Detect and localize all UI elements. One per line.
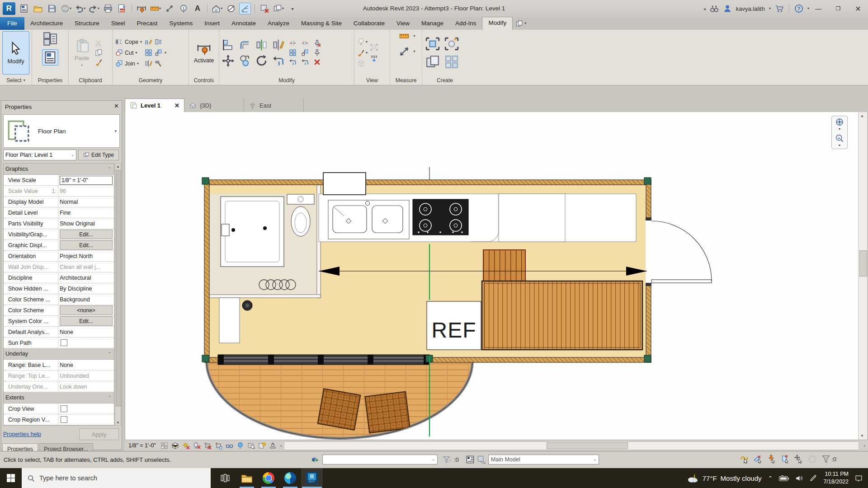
ribbon-tab-systems[interactable]: Systems	[163, 17, 198, 30]
property-value[interactable]: Edit...	[58, 316, 114, 326]
paste-button[interactable]: Paste▾	[71, 33, 92, 73]
offset-icon[interactable]	[239, 39, 251, 51]
property-value[interactable]: Edit...	[58, 240, 114, 250]
search-icon[interactable]	[710, 4, 719, 13]
closet[interactable]	[219, 298, 240, 343]
close-inactive-windows-icon[interactable]	[259, 3, 270, 14]
align-icon[interactable]	[222, 39, 234, 51]
cut-geometry-button[interactable]: Cut▾	[115, 49, 142, 56]
floor-drain[interactable]	[242, 300, 252, 310]
kitchen-sink[interactable]	[328, 200, 409, 239]
active-only-icon[interactable]	[477, 455, 486, 464]
crop-view-icon[interactable]	[203, 441, 212, 450]
type-properties-button[interactable]	[42, 49, 58, 66]
battery-icon[interactable]	[779, 475, 789, 481]
view-scale-control[interactable]: 1/8" = 1'-0"	[128, 442, 156, 449]
scroll-down-icon[interactable]: ▼	[860, 434, 864, 438]
aligned-dimension-icon[interactable]	[136, 3, 147, 14]
taskbar-weather[interactable]: 77°F Mostly cloudy	[687, 473, 762, 483]
default-3d-view-icon[interactable]: ▾	[212, 3, 222, 14]
property-value[interactable]: Unbounded	[58, 371, 114, 381]
view-tab-level-1[interactable]: Level 1✕	[125, 99, 184, 112]
property-button[interactable]: Edit...	[60, 230, 113, 239]
floor-plan[interactable]: REF	[125, 112, 859, 440]
patio-stool[interactable]	[365, 392, 410, 433]
close-button[interactable]: ✕	[848, 0, 868, 17]
cooktop[interactable]	[413, 199, 468, 235]
mirror-pick-axis-icon[interactable]	[255, 39, 268, 51]
ribbon-tab-architecture[interactable]: Architecture	[24, 17, 69, 30]
delete-icon[interactable]	[313, 58, 321, 66]
save-icon[interactable]	[47, 3, 57, 14]
property-value[interactable]: Architectural	[58, 272, 114, 283]
selection-filter-icon[interactable]	[821, 455, 830, 464]
create-parts-icon[interactable]	[444, 54, 459, 70]
activate-controls-button[interactable]: Activate	[192, 33, 216, 73]
section-icon[interactable]	[226, 3, 236, 14]
entry-door[interactable]	[646, 217, 712, 286]
property-value[interactable]: By Discipline	[58, 283, 114, 294]
property-value[interactable]: Background	[58, 294, 114, 305]
select-pinned-toggle-icon[interactable]	[767, 455, 776, 464]
scroll-up-icon[interactable]: ▲	[860, 114, 864, 118]
trim-multiple-icon[interactable]	[301, 58, 309, 66]
open-icon[interactable]	[33, 3, 43, 14]
property-input[interactable]: 1/8" = 1'-0"	[60, 176, 113, 185]
ribbon-tab-add-ins[interactable]: Add-Ins	[449, 17, 482, 30]
close-view-tab-icon[interactable]: ✕	[175, 102, 179, 109]
property-value[interactable]: 96	[58, 186, 114, 196]
analytical-model-icon[interactable]	[258, 441, 266, 450]
type-selector-chevron-icon[interactable]: ▾	[114, 129, 117, 133]
steering-wheel-icon[interactable]	[835, 117, 844, 127]
property-value[interactable]: Look down	[58, 381, 114, 392]
copy-to-clipboard-icon[interactable]	[95, 49, 103, 56]
select-links-toggle-icon[interactable]	[740, 455, 749, 464]
sync-with-central-icon[interactable]: ▾	[61, 3, 71, 14]
palette-scrollbar[interactable]: ▲ ▼	[115, 163, 121, 426]
editable-only-icon[interactable]	[443, 455, 452, 464]
trim-extend-icon[interactable]	[272, 55, 284, 67]
scroll-down-icon[interactable]: ▼	[116, 421, 120, 425]
customize-qat-icon[interactable]: ▾	[287, 3, 298, 14]
entry-stair[interactable]	[483, 250, 525, 281]
property-checkbox[interactable]	[61, 405, 67, 412]
temporary-view-properties-icon[interactable]	[247, 441, 255, 450]
trim-corner-icon[interactable]	[289, 58, 297, 66]
ribbon-tab-modify[interactable]: Modify	[482, 17, 513, 30]
visual-style-icon[interactable]	[171, 441, 179, 450]
sun-path-icon[interactable]	[182, 441, 190, 450]
chrome-button[interactable]	[258, 468, 279, 488]
panel-label-clipboard[interactable]: Clipboard	[69, 75, 112, 85]
scroll-left-icon[interactable]: ‹	[280, 443, 282, 448]
panel-label-modify[interactable]: Modify	[219, 75, 354, 85]
create-similar-icon[interactable]	[444, 36, 459, 52]
ribbon-tab-precast[interactable]: Precast	[131, 17, 164, 30]
vertical-scrollbar[interactable]: ▲ ▼	[858, 112, 867, 440]
palette-close-icon[interactable]: ✕	[114, 103, 119, 109]
toggle-reveal-icon[interactable]	[357, 38, 365, 46]
ribbon-tab-steel[interactable]: Steel	[105, 17, 131, 30]
mirror-draw-axis-icon[interactable]	[272, 39, 284, 51]
reveal-constraints-icon[interactable]	[269, 441, 277, 450]
match-type-icon[interactable]	[95, 58, 103, 66]
property-value[interactable]: Show Original	[58, 218, 114, 229]
palette-header[interactable]: Properties ✕	[1, 101, 122, 113]
app-store-cart-icon[interactable]	[775, 4, 784, 13]
property-value[interactable]: None	[58, 327, 114, 337]
create-assembly-icon[interactable]	[425, 54, 440, 70]
cut-to-clipboard-icon[interactable]	[95, 39, 103, 47]
panel-label-select[interactable]: Select▾	[0, 75, 32, 85]
dimension-tool-icon[interactable]	[396, 46, 412, 57]
property-value[interactable]: Fine	[58, 207, 114, 218]
worksets-icon[interactable]	[311, 455, 320, 464]
modify-tab-extra[interactable]: ▾	[515, 17, 526, 30]
property-value[interactable]	[58, 404, 114, 414]
print-icon[interactable]	[103, 3, 113, 14]
panel-label-geometry[interactable]: Geometry	[113, 75, 189, 85]
ribbon-tab-manage[interactable]: Manage	[415, 17, 449, 30]
cope-button[interactable]: Cope▾	[115, 38, 142, 46]
horizontal-scrollbar[interactable]	[284, 441, 859, 450]
split-element-icon[interactable]	[289, 39, 297, 47]
beam-joins-icon[interactable]	[155, 38, 162, 46]
property-button[interactable]: Edit...	[60, 240, 113, 250]
